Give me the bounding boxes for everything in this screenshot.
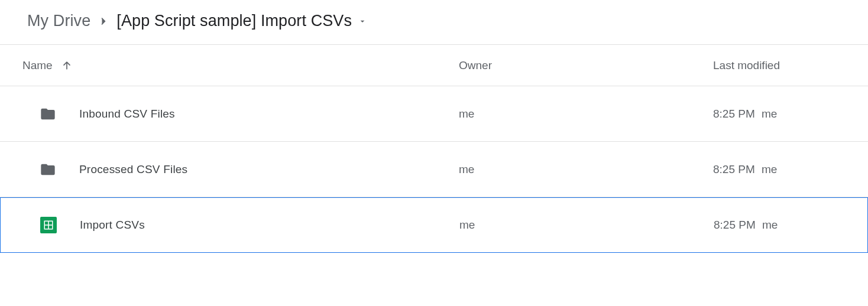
header-owner[interactable]: Owner (459, 59, 713, 72)
header-modified[interactable]: Last modified (713, 59, 854, 72)
folder-icon (38, 106, 58, 122)
folder-icon (38, 161, 58, 178)
header-name[interactable]: Name (22, 59, 459, 72)
list-item[interactable]: Inbound CSV Files me 8:25 PM me (0, 86, 868, 142)
arrow-up-icon[interactable] (61, 60, 73, 71)
file-name: Import CSVs (80, 219, 145, 232)
file-modified: 8:25 PM me (714, 219, 853, 232)
breadcrumb-root[interactable]: My Drive (27, 12, 90, 30)
header-name-label: Name (22, 59, 53, 72)
breadcrumb-current-label: [App Script sample] Import CSVs (116, 12, 352, 30)
file-owner: me (459, 219, 714, 232)
list-item[interactable]: Processed CSV Files me 8:25 PM me (0, 142, 868, 197)
file-modified: 8:25 PM me (713, 108, 854, 121)
breadcrumb: My Drive [App Script sample] Import CSVs (0, 12, 868, 44)
file-owner: me (459, 108, 713, 121)
caret-down-icon[interactable] (358, 17, 367, 26)
sheets-icon (38, 217, 59, 233)
file-name: Inbound CSV Files (79, 108, 175, 121)
file-modified: 8:25 PM me (713, 163, 854, 176)
file-name: Processed CSV Files (79, 163, 187, 176)
list-item[interactable]: Import CSVs me 8:25 PM me (0, 197, 868, 253)
chevron-right-icon (98, 15, 109, 27)
file-owner: me (459, 163, 713, 176)
breadcrumb-current[interactable]: [App Script sample] Import CSVs (116, 12, 367, 30)
list-header: Name Owner Last modified (0, 45, 868, 86)
